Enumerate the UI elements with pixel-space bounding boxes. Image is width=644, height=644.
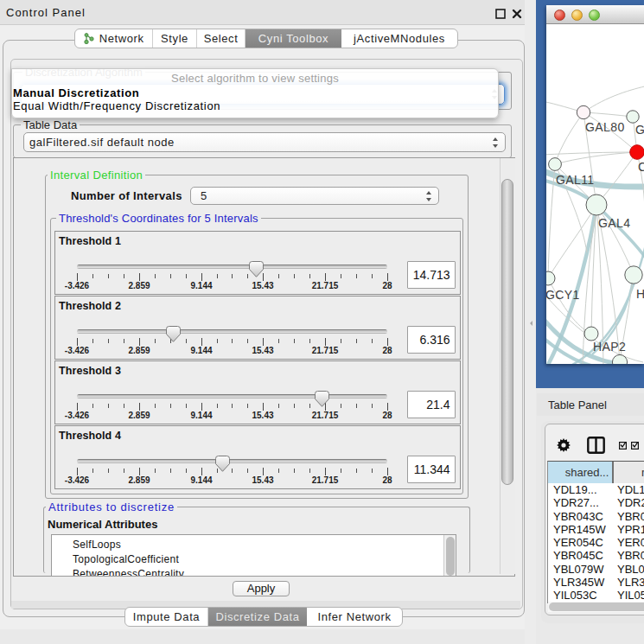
svg-text:GAL11: GAL11	[556, 173, 595, 187]
svg-text:GAL80: GAL80	[585, 120, 625, 134]
svg-text:GCY1: GCY1	[546, 288, 580, 302]
svg-text:GAL4: GAL4	[598, 216, 630, 230]
svg-text:HAP2: HAP2	[593, 340, 626, 354]
svg-text:GA: GA	[635, 123, 644, 137]
svg-text:C: C	[638, 160, 644, 174]
svg-text:H: H	[636, 287, 644, 301]
